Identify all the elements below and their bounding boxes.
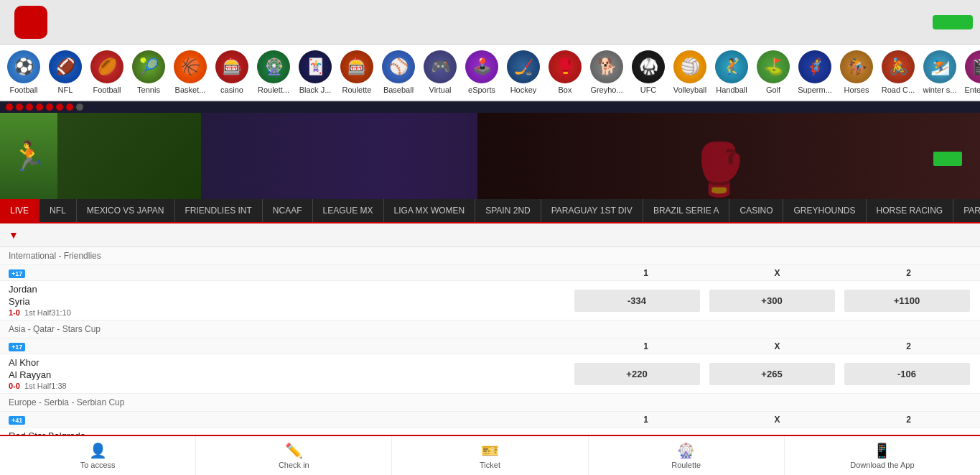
banner-dot[interactable] bbox=[6, 103, 13, 111]
sport-label: Handball bbox=[716, 86, 747, 94]
banner-dot[interactable] bbox=[56, 103, 63, 111]
odds-labels: 1 X 2 bbox=[583, 415, 971, 425]
live-tab-friendliesint[interactable]: FRIENDLIES INT bbox=[175, 199, 263, 222]
odds-label-1: 1 bbox=[583, 268, 709, 278]
odds-labels: 1 X 2 bbox=[583, 268, 971, 278]
live-tab-paraguaystdiv[interactable]: PARAGUAY 1ST DIV bbox=[541, 199, 643, 222]
sport-item-esports[interactable]: 🕹️ eSports bbox=[461, 49, 503, 96]
sport-item-blackj[interactable]: 🃏 Black J... bbox=[294, 49, 336, 96]
sport-item-winters[interactable]: ⛷️ winter s... bbox=[919, 49, 961, 96]
sport-label: Football bbox=[93, 86, 121, 94]
banner-dot[interactable] bbox=[66, 103, 73, 111]
live-tab-leaguemx[interactable]: LEAGUE MX bbox=[313, 199, 384, 222]
sport-item-football[interactable]: 🏉 Football bbox=[86, 49, 128, 96]
sport-label: Entertai... bbox=[964, 86, 980, 94]
match-badge: +17 bbox=[9, 343, 25, 351]
sport-item-volleyball[interactable]: 🏐 Volleyball bbox=[669, 49, 711, 96]
bottom-item-roulette[interactable]: 🎡 Roulette bbox=[589, 436, 785, 475]
live-tab-brazilseriea[interactable]: BRAZIL SERIE A bbox=[643, 199, 730, 222]
odds-label-1: 1 bbox=[583, 341, 709, 351]
sport-item-handball[interactable]: 🤾 Handball bbox=[711, 49, 752, 96]
sport-item-nfl[interactable]: 🏈 NFL bbox=[45, 49, 86, 96]
banner-left: 🏃 bbox=[0, 113, 201, 199]
banner-dot[interactable] bbox=[76, 103, 83, 111]
sport-item-roulett[interactable]: 🎡 Roulett... bbox=[253, 49, 294, 96]
sport-item-casino[interactable]: 🎰 casino bbox=[211, 49, 253, 96]
live-tab-casino[interactable]: CASINO bbox=[729, 199, 783, 222]
sport-item-roadc[interactable]: 🚴 Road C... bbox=[877, 49, 919, 96]
juega-button[interactable] bbox=[933, 152, 962, 166]
sport-item-box[interactable]: 🥊 Box bbox=[544, 49, 586, 96]
match-odds-header: +41 1 X 2 bbox=[0, 412, 980, 428]
match-score-value: 1-0 bbox=[9, 308, 20, 317]
live-tab-ligamxwomen[interactable]: LIGA MX WOMEN bbox=[384, 199, 476, 222]
odds-btn-x[interactable]: +300 bbox=[709, 290, 835, 312]
match-info-spacer: +17 bbox=[9, 267, 583, 278]
sport-label: casino bbox=[220, 86, 243, 94]
sport-item-roulette[interactable]: 🎰 Roulette bbox=[336, 49, 378, 96]
sport-item-entertai[interactable]: 🎬 Entertai... bbox=[961, 49, 980, 96]
sport-item-baseball[interactable]: ⚾ Baseball bbox=[378, 49, 419, 96]
sport-icon: 🎬 bbox=[965, 50, 980, 83]
live-tab-parlays[interactable]: PARLAYS bbox=[953, 199, 980, 222]
odds-btn-2[interactable]: +1100 bbox=[844, 290, 970, 312]
sport-icon: 🏇 bbox=[840, 50, 873, 83]
live-tab-nfl[interactable]: NFL bbox=[39, 199, 77, 222]
sport-label: Volleyball bbox=[673, 86, 706, 94]
odds-btn-1[interactable]: -334 bbox=[574, 290, 700, 312]
banner-dot[interactable] bbox=[46, 103, 53, 111]
sport-icon: ⚽ bbox=[7, 50, 40, 83]
section-football-header[interactable]: ▼ bbox=[0, 223, 980, 247]
download-button[interactable] bbox=[933, 15, 973, 29]
banner-dot[interactable] bbox=[16, 103, 23, 111]
sport-icon: 🥊 bbox=[549, 50, 582, 83]
odds-col-1: -334 bbox=[572, 290, 701, 312]
live-tab-greyhounds[interactable]: GREYHOUNDS bbox=[783, 199, 866, 222]
sport-icon: 🏒 bbox=[507, 50, 540, 83]
live-tab-mexicovsjapan[interactable]: MEXICO VS JAPAN bbox=[77, 199, 175, 222]
match-row: Al Khor Al Rayyan 0-0 1st Half1:38 +220 … bbox=[0, 354, 980, 394]
odds-buttons: -334 +300 +1100 bbox=[572, 290, 971, 312]
bottom-navigation: 👤 To access ✏️ Check in 🎫 Ticket 🎡 Roule… bbox=[0, 435, 980, 475]
sport-label: Horses bbox=[844, 86, 869, 94]
bottom-label: To access bbox=[80, 461, 116, 469]
league-row: Asia - Qatar - Stars Cup bbox=[0, 320, 980, 338]
match-score: 0-0 1st Half1:38 bbox=[9, 382, 572, 390]
sport-item-football[interactable]: ⚽ Football bbox=[3, 49, 45, 96]
sport-item-superm[interactable]: 🦸 Superm... bbox=[794, 49, 836, 96]
bottom-label: Download the App bbox=[850, 461, 914, 469]
odds-btn-x[interactable]: +265 bbox=[709, 363, 835, 385]
sport-item-greyho[interactable]: 🐕 Greyho... bbox=[586, 49, 627, 96]
sport-item-horses[interactable]: 🏇 Horses bbox=[836, 49, 877, 96]
sport-item-tennis[interactable]: 🎾 Tennis bbox=[128, 49, 169, 96]
sport-item-virtual[interactable]: 🎮 Virtual bbox=[419, 49, 461, 96]
bottom-icon: ✏️ bbox=[285, 442, 303, 459]
bottom-item-toaccess[interactable]: 👤 To access bbox=[0, 436, 196, 475]
odds-btn-2[interactable]: -106 bbox=[844, 363, 970, 385]
bottom-item-ticket[interactable]: 🎫 Ticket bbox=[392, 436, 588, 475]
odds-btn-1[interactable]: +220 bbox=[574, 363, 700, 385]
sport-label: Basket... bbox=[175, 86, 206, 94]
live-tab-live[interactable]: LIVE bbox=[0, 199, 39, 222]
banner-dot[interactable] bbox=[36, 103, 43, 111]
match-teams-info: Jordan Syria 1-0 1st Half31:10 bbox=[9, 284, 572, 317]
sport-item-hockey[interactable]: 🏒 Hockey bbox=[503, 49, 544, 96]
live-tab-spainnd[interactable]: SPAIN 2ND bbox=[475, 199, 541, 222]
banner-dot[interactable] bbox=[26, 103, 33, 111]
bottom-item-downloadtheapp[interactable]: 📱 Download the App bbox=[785, 436, 980, 475]
promo-banner: 🏃 🥊 bbox=[0, 113, 980, 199]
sport-item-ufc[interactable]: 🥋 UFC bbox=[627, 49, 669, 96]
sport-item-basket[interactable]: 🏀 Basket... bbox=[169, 49, 211, 96]
live-tab-ncaaf[interactable]: NCAAF bbox=[263, 199, 313, 222]
sport-item-golf[interactable]: ⛳ Golf bbox=[752, 49, 794, 96]
live-tab-horseracing[interactable]: HORSE RACING bbox=[867, 199, 954, 222]
sport-label: eSports bbox=[468, 86, 495, 94]
sport-icon: 🤾 bbox=[715, 50, 748, 83]
bottom-item-checkin[interactable]: ✏️ Check in bbox=[196, 436, 392, 475]
match-team2: Syria bbox=[9, 296, 572, 307]
match-teams-info: Al Khor Al Rayyan 0-0 1st Half1:38 bbox=[9, 357, 572, 390]
sports-navigation: ⚽ Football 🏈 NFL 🏉 Football 🎾 Tennis 🏀 B… bbox=[0, 45, 980, 101]
match-team1: Jordan bbox=[9, 284, 572, 295]
bottom-icon: 👤 bbox=[89, 442, 107, 459]
sport-label: UFC bbox=[640, 86, 657, 94]
